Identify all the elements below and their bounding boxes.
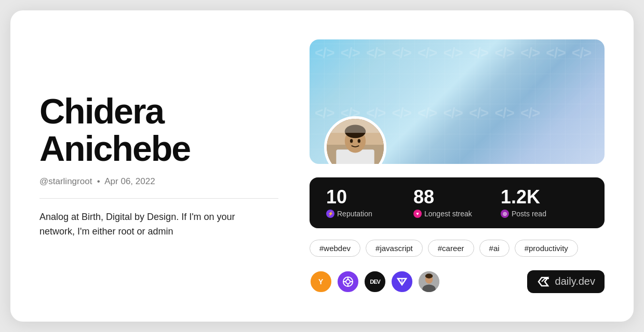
user-bio: Analog at Birth, Digital by Design. If I…	[39, 210, 258, 239]
tags-row: #webdev #javascript #career #ai #product…	[310, 240, 605, 257]
user-meta: @starlingroot • Apr 06, 2022	[39, 176, 278, 187]
daily-dev-logo: daily.dev	[527, 270, 605, 293]
streak-icon: ♥	[413, 210, 422, 218]
streak-value: 88	[413, 188, 501, 206]
user-name: Chidera Anichebe	[39, 93, 278, 167]
posts-icon: ◎	[501, 210, 509, 218]
bottom-row: Y DEV	[310, 270, 605, 293]
social-icon-ycombinator[interactable]: Y	[310, 270, 332, 293]
daily-dev-icon	[536, 275, 551, 288]
posts-value: 1.2K	[501, 188, 588, 206]
social-icon-dev[interactable]: DEV	[364, 270, 386, 293]
stats-bar: 10 ⚡ Reputation 88 ♥ Longest streak 1.2K…	[310, 177, 605, 228]
svg-point-20	[425, 273, 433, 278]
tag-productivity[interactable]: #productivity	[515, 240, 578, 257]
svg-point-10	[346, 280, 350, 284]
svg-point-6	[358, 139, 361, 143]
profile-card: Chidera Anichebe @starlingroot • Apr 06,…	[10, 10, 634, 322]
svg-text:Y: Y	[318, 278, 324, 286]
avatar-image	[327, 119, 384, 164]
cover-container: </></></></></> </></></></></> </></></…	[310, 39, 605, 164]
tag-career[interactable]: #career	[428, 240, 474, 257]
posts-label: ◎ Posts read	[501, 210, 588, 218]
reputation-icon: ⚡	[326, 210, 334, 218]
tag-ai[interactable]: #ai	[479, 240, 509, 257]
left-panel: Chidera Anichebe @starlingroot • Apr 06,…	[39, 93, 278, 239]
divider	[39, 198, 278, 199]
reputation-value: 10	[326, 188, 413, 206]
user-handle: @starlingroot	[39, 176, 92, 186]
stat-posts: 1.2K ◎ Posts read	[501, 188, 588, 218]
svg-point-5	[350, 139, 353, 143]
stat-streak: 88 ♥ Longest streak	[413, 188, 501, 218]
social-icon-v[interactable]	[391, 270, 413, 293]
streak-label: ♥ Longest streak	[413, 210, 501, 218]
social-icon-person[interactable]	[418, 270, 440, 293]
right-panel: </></></></></> </></></></></> </></></…	[310, 39, 605, 293]
daily-dev-text: daily.dev	[555, 275, 595, 287]
tag-webdev[interactable]: #webdev	[310, 240, 360, 257]
social-icons: Y DEV	[310, 270, 440, 293]
tag-javascript[interactable]: #javascript	[366, 240, 423, 257]
user-joined: Apr 06, 2022	[104, 176, 155, 186]
social-icon-crosshair[interactable]	[337, 270, 359, 293]
avatar-svg	[327, 119, 384, 164]
reputation-label: ⚡ Reputation	[326, 210, 413, 218]
stat-reputation: 10 ⚡ Reputation	[326, 188, 413, 218]
